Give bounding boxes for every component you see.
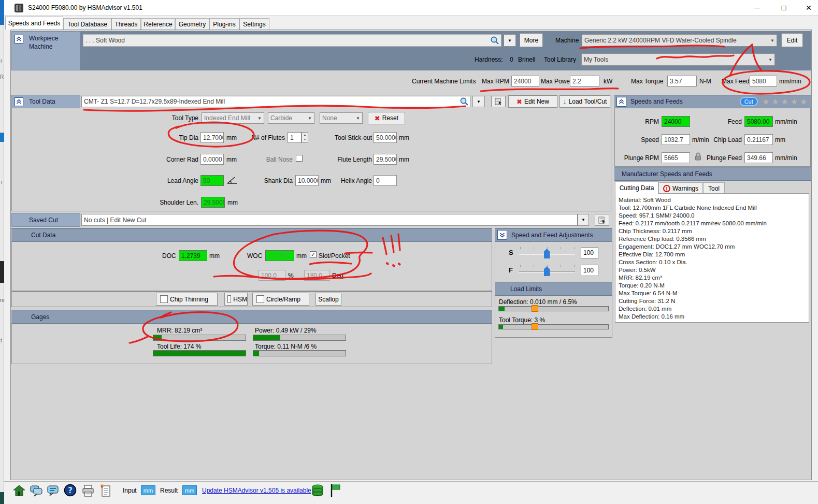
tab-speeds-and-feeds[interactable]: Speeds and Feeds bbox=[5, 17, 63, 30]
rating-star-icon[interactable]: ★ bbox=[791, 97, 798, 106]
material-search-icon[interactable] bbox=[490, 36, 499, 45]
tool-search-input[interactable]: CMT- Z1 S=12.7 D=12.7x29.5x89-Indexed En… bbox=[81, 96, 470, 107]
rating-star-icon[interactable]: ★ bbox=[762, 97, 770, 106]
tool-torque-limit-handle[interactable] bbox=[532, 323, 538, 330]
feed-override-input[interactable]: 100 bbox=[581, 265, 598, 276]
stepover-input[interactable]: 100.0 bbox=[259, 270, 285, 281]
forum-button[interactable] bbox=[30, 484, 43, 497]
hsm-button[interactable]: HSM bbox=[224, 293, 248, 306]
collapse-workpiece-button[interactable] bbox=[15, 35, 23, 44]
collapse-adjustments-button[interactable] bbox=[497, 230, 507, 240]
tool-torque-limit-slider[interactable] bbox=[498, 324, 609, 329]
input-units-badge[interactable]: mm bbox=[141, 485, 155, 495]
tab-tool-database[interactable]: Tool Database bbox=[63, 18, 111, 30]
engage-angle-input[interactable]: 180.0 bbox=[304, 270, 330, 281]
chip-load-input[interactable]: 0.21167 bbox=[744, 134, 773, 145]
plunge-feed-input[interactable]: 349.66 bbox=[744, 152, 773, 163]
spin-up-icon[interactable]: ▴ bbox=[302, 133, 308, 137]
flute-length-input[interactable]: 29.5000 bbox=[374, 154, 397, 165]
helix-angle-input[interactable]: 0 bbox=[374, 175, 397, 186]
spin-down-icon[interactable]: ▾ bbox=[302, 137, 308, 142]
tool-type-select[interactable]: Indexed End Mill▼ bbox=[202, 112, 264, 124]
home-button[interactable] bbox=[13, 484, 25, 497]
maximize-button[interactable]: □ bbox=[772, 0, 796, 16]
tab-plug-ins[interactable]: Plug-ins bbox=[209, 18, 239, 30]
tool-search-icon[interactable] bbox=[460, 97, 469, 106]
load-tool-cut-button[interactable]: ↓ Load Tool/Cut bbox=[559, 95, 610, 108]
circle-ramp-checkbox[interactable] bbox=[256, 295, 264, 303]
search-icon bbox=[460, 97, 469, 106]
update-link[interactable]: Update HSMAdvisor v1.505 is available bbox=[202, 487, 311, 494]
feedback-button[interactable] bbox=[47, 484, 59, 497]
minimize-button[interactable]: — bbox=[745, 0, 769, 16]
doc-input[interactable]: 1.2739 bbox=[179, 250, 207, 261]
deflection-limit-handle[interactable] bbox=[532, 305, 538, 312]
deflection-limit-slider[interactable] bbox=[498, 306, 609, 311]
help-button[interactable]: ? bbox=[64, 484, 77, 497]
tip-dia-input[interactable]: 12.7000 bbox=[200, 132, 224, 143]
corner-rad-input[interactable]: 0.0000 bbox=[200, 154, 224, 165]
plunge-rpm-input[interactable]: 5665 bbox=[662, 152, 690, 163]
max-feed-input[interactable]: 5080 bbox=[750, 76, 777, 87]
more-button[interactable]: More bbox=[520, 33, 543, 47]
max-torque-input[interactable]: 3.57 bbox=[667, 76, 697, 87]
max-rpm-input[interactable]: 24000 bbox=[511, 76, 539, 87]
slot-pocket-checkbox[interactable]: ✓ bbox=[310, 251, 317, 258]
shoulder-len-input[interactable]: 29.5000 bbox=[201, 197, 225, 208]
tool-list-button[interactable] bbox=[491, 96, 506, 107]
shank-dia-input[interactable]: 10.0000 bbox=[295, 175, 319, 186]
chip-thinning-checkbox[interactable] bbox=[160, 295, 168, 303]
collapse-speeds-button[interactable] bbox=[616, 97, 626, 107]
tab-tool[interactable]: Tool bbox=[703, 182, 725, 194]
feed-slider-thumb[interactable] bbox=[544, 266, 550, 276]
report-button[interactable] bbox=[100, 484, 111, 497]
tab-settings[interactable]: Settings bbox=[239, 18, 269, 30]
tool-coating-select[interactable]: None▼ bbox=[320, 112, 363, 124]
rpm-input[interactable]: 24000 bbox=[662, 116, 690, 127]
feed-input[interactable]: 5080.00 bbox=[744, 116, 773, 127]
feed-slider[interactable] bbox=[519, 265, 575, 277]
speed-override-input[interactable]: 100 bbox=[581, 247, 598, 258]
woc-input[interactable]: 12.7000 bbox=[265, 250, 294, 261]
rating-star-icon[interactable]: ★ bbox=[800, 97, 808, 106]
saved-cut-list-button[interactable] bbox=[595, 214, 609, 226]
rating-star-icon[interactable]: ★ bbox=[781, 97, 788, 106]
print-button[interactable] bbox=[82, 485, 94, 497]
machine-edit-button[interactable]: Edit bbox=[781, 33, 803, 47]
database-status-button[interactable] bbox=[311, 484, 324, 497]
edit-new-button[interactable]: ✖ Edit New bbox=[508, 95, 557, 108]
max-power-input[interactable]: 2.2 bbox=[570, 76, 599, 87]
collapse-tool-data-button[interactable] bbox=[15, 97, 23, 106]
speed-slider[interactable] bbox=[519, 248, 575, 259]
stickout-input[interactable]: 50.0000 bbox=[374, 132, 397, 143]
ball-nose-checkbox[interactable] bbox=[296, 155, 303, 162]
machine-select[interactable]: Generic 2.2 kW 24000RPM VFD Water-Cooled… bbox=[582, 34, 777, 47]
close-button[interactable]: × bbox=[797, 0, 818, 16]
material-search-input[interactable]: . . . Soft Wood bbox=[83, 34, 501, 47]
tab-reference[interactable]: Reference bbox=[141, 18, 175, 30]
saved-cut-dropdown-button[interactable]: ▼ bbox=[578, 214, 589, 226]
tab-cutting-data[interactable]: Cutting Data bbox=[615, 181, 658, 194]
hsm-checkbox[interactable] bbox=[227, 295, 231, 303]
tool-search-dropdown-button[interactable]: ▼ bbox=[472, 96, 485, 107]
lead-angle-input[interactable]: 90 bbox=[200, 175, 224, 186]
result-units-badge[interactable]: mm bbox=[182, 485, 197, 495]
cut-badge[interactable]: Cut bbox=[740, 97, 758, 106]
saved-cut-combo[interactable]: No cuts | Edit New Cut bbox=[81, 214, 578, 226]
reset-button[interactable]: ✖ Reset bbox=[368, 112, 405, 124]
tab-threads[interactable]: Threads bbox=[111, 18, 141, 30]
scallop-button[interactable]: Scallop bbox=[315, 293, 341, 306]
flutes-input[interactable]: 1 bbox=[288, 132, 302, 143]
circle-ramp-button[interactable]: Circle/Ramp bbox=[252, 293, 309, 306]
flag-status-button[interactable] bbox=[329, 483, 341, 498]
tab-warnings[interactable]: ! Warnings bbox=[658, 182, 703, 194]
flutes-spinner[interactable]: ▴ ▾ bbox=[302, 132, 308, 143]
chip-thinning-button[interactable]: Chip Thinning bbox=[156, 293, 218, 306]
tool-library-select[interactable]: My Tools ▼ bbox=[581, 53, 775, 66]
speed-slider-thumb[interactable] bbox=[544, 249, 550, 258]
material-search-dropdown-button[interactable]: ▼ bbox=[504, 34, 516, 47]
tool-material-select[interactable]: Carbide▼ bbox=[268, 112, 314, 124]
tab-geometry[interactable]: Geometry bbox=[175, 18, 209, 30]
rating-star-icon[interactable]: ★ bbox=[771, 97, 779, 106]
surface-speed-input[interactable]: 1032.7 bbox=[662, 134, 690, 145]
